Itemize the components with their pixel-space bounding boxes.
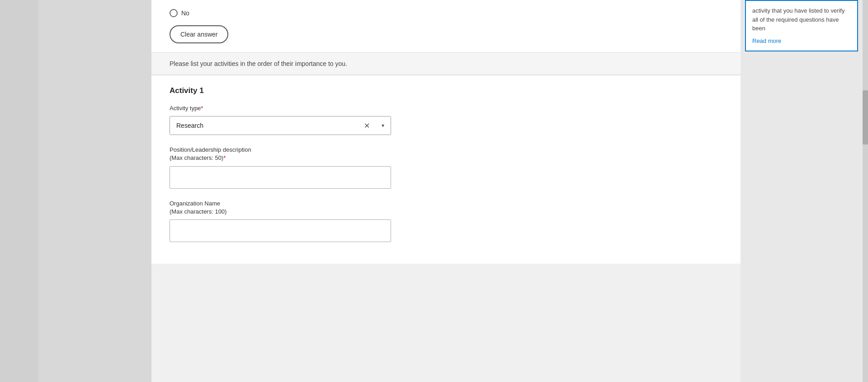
required-star-position: * — [223, 154, 226, 161]
activity-section: Activity 1 Activity type* Research ✕ — [151, 75, 741, 264]
position-label: Position/Leadership description (Max cha… — [170, 146, 722, 162]
activity-type-select-wrapper: Research ✕ ▾ — [170, 116, 391, 135]
info-card: activity that you have listed to verify … — [745, 0, 858, 51]
right-panel: activity that you have listed to verify … — [741, 0, 863, 382]
required-star-type: * — [201, 105, 203, 112]
left-panel — [38, 0, 151, 382]
select-dropdown-button[interactable]: ▾ — [375, 116, 391, 135]
position-input[interactable] — [170, 166, 391, 189]
clear-answer-button[interactable]: Clear answer — [170, 25, 228, 43]
read-more-link[interactable]: Read more — [752, 37, 781, 44]
org-name-label: Organization Name (Max characters: 100) — [170, 200, 722, 216]
radio-row: No — [170, 9, 727, 17]
activity-type-field-group: Activity type* Research ✕ ▾ — [170, 104, 722, 135]
top-section: No Clear answer — [151, 0, 741, 53]
activity-type-label: Activity type* — [170, 104, 722, 112]
form-area: No Clear answer Please list your activit… — [151, 0, 741, 382]
select-controls: ✕ ▾ — [359, 116, 391, 135]
no-radio-label: No — [181, 9, 189, 17]
position-field-group: Position/Leadership description (Max cha… — [170, 146, 722, 188]
instruction-text: Please list your activities in the order… — [151, 53, 741, 75]
no-radio[interactable] — [170, 9, 178, 17]
main-content: No Clear answer Please list your activit… — [151, 0, 741, 382]
select-clear-button[interactable]: ✕ — [359, 116, 375, 135]
org-name-field-group: Organization Name (Max characters: 100) — [170, 200, 722, 242]
org-name-input[interactable] — [170, 219, 391, 242]
left-sidebar — [0, 0, 38, 382]
activity-title: Activity 1 — [170, 86, 722, 95]
scrollbar-thumb[interactable] — [863, 90, 868, 144]
activity-type-display[interactable]: Research — [170, 116, 391, 135]
info-card-text: activity that you have listed to verify … — [752, 6, 851, 33]
scrollbar-track[interactable] — [863, 0, 868, 382]
